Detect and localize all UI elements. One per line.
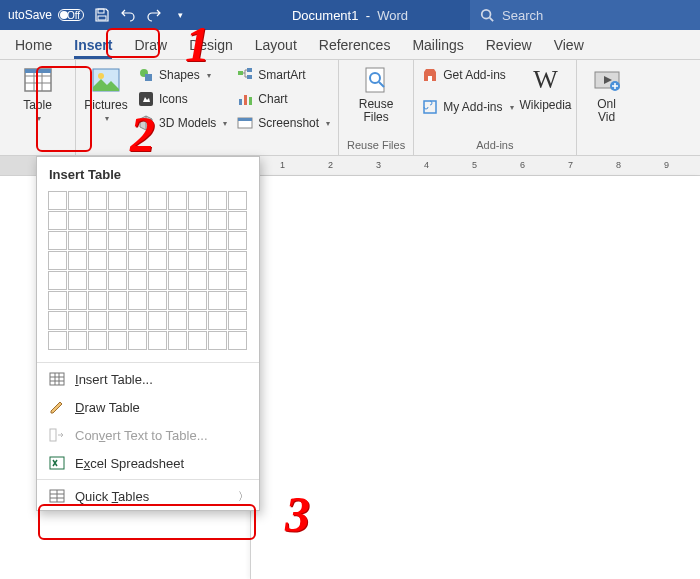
menu-item-draw_table[interactable]: Draw Table [37,393,259,421]
pictures-button[interactable]: Pictures ▾ [84,64,128,134]
grid-cell[interactable] [68,311,87,330]
grid-cell[interactable] [88,291,107,310]
grid-cell[interactable] [88,271,107,290]
grid-cell[interactable] [188,251,207,270]
grid-cell[interactable] [48,211,67,230]
tab-mailings[interactable]: Mailings [412,30,463,60]
grid-cell[interactable] [48,311,67,330]
grid-cell[interactable] [208,271,227,290]
table-button[interactable]: Table ▾ [16,64,60,123]
smartart-button[interactable]: SmartArt [237,64,330,86]
tab-insert[interactable]: Insert [74,30,112,60]
grid-cell[interactable] [68,191,87,210]
tab-references[interactable]: References [319,30,391,60]
grid-cell[interactable] [208,291,227,310]
grid-cell[interactable] [108,231,127,250]
get-addins-button[interactable]: Get Add-ins [422,64,513,86]
grid-cell[interactable] [188,291,207,310]
grid-cell[interactable] [128,291,147,310]
grid-cell[interactable] [148,331,167,350]
grid-cell[interactable] [228,271,247,290]
grid-cell[interactable] [128,211,147,230]
grid-cell[interactable] [188,211,207,230]
autosave-toggle[interactable]: utoSave Off [8,8,84,22]
grid-cell[interactable] [168,211,187,230]
save-icon[interactable] [94,7,110,23]
shapes-button[interactable]: Shapes▾ [138,64,227,86]
menu-item-quick[interactable]: Quick Tables〉 [37,482,259,510]
grid-cell[interactable] [148,271,167,290]
grid-cell[interactable] [228,331,247,350]
grid-cell[interactable] [168,331,187,350]
grid-cell[interactable] [208,331,227,350]
grid-cell[interactable] [188,271,207,290]
grid-cell[interactable] [88,211,107,230]
chart-button[interactable]: Chart [237,88,330,110]
grid-cell[interactable] [68,271,87,290]
grid-cell[interactable] [168,191,187,210]
menu-item-excel[interactable]: Excel Spreadsheet [37,449,259,477]
grid-cell[interactable] [88,331,107,350]
grid-cell[interactable] [208,311,227,330]
tab-draw[interactable]: Draw [134,30,167,60]
grid-cell[interactable] [68,331,87,350]
tab-view[interactable]: View [554,30,584,60]
grid-cell[interactable] [48,191,67,210]
grid-cell[interactable] [148,291,167,310]
grid-cell[interactable] [88,231,107,250]
tab-review[interactable]: Review [486,30,532,60]
grid-cell[interactable] [48,331,67,350]
grid-cell[interactable] [108,291,127,310]
grid-cell[interactable] [228,231,247,250]
grid-cell[interactable] [108,271,127,290]
grid-cell[interactable] [128,251,147,270]
grid-cell[interactable] [168,311,187,330]
grid-cell[interactable] [88,251,107,270]
grid-cell[interactable] [208,231,227,250]
grid-cell[interactable] [108,251,127,270]
grid-cell[interactable] [188,331,207,350]
table-size-grid[interactable] [37,190,259,360]
grid-cell[interactable] [88,191,107,210]
grid-cell[interactable] [68,231,87,250]
grid-cell[interactable] [148,231,167,250]
grid-cell[interactable] [208,251,227,270]
undo-icon[interactable] [120,7,136,23]
document-page[interactable] [250,176,700,579]
grid-cell[interactable] [228,291,247,310]
grid-cell[interactable] [188,311,207,330]
grid-cell[interactable] [148,211,167,230]
grid-cell[interactable] [68,291,87,310]
grid-cell[interactable] [208,211,227,230]
wikipedia-button[interactable]: W Wikipedia [524,64,568,118]
grid-cell[interactable] [48,231,67,250]
grid-cell[interactable] [128,311,147,330]
search-box[interactable]: Search [470,0,700,30]
grid-cell[interactable] [188,191,207,210]
grid-cell[interactable] [68,251,87,270]
grid-cell[interactable] [108,191,127,210]
grid-cell[interactable] [228,311,247,330]
grid-cell[interactable] [148,311,167,330]
tab-layout[interactable]: Layout [255,30,297,60]
grid-cell[interactable] [108,331,127,350]
grid-cell[interactable] [128,271,147,290]
grid-cell[interactable] [68,211,87,230]
online-video-button[interactable]: Onl Vid [585,64,629,124]
grid-cell[interactable] [168,271,187,290]
grid-cell[interactable] [48,251,67,270]
grid-cell[interactable] [48,271,67,290]
grid-cell[interactable] [148,191,167,210]
grid-cell[interactable] [228,191,247,210]
tab-home[interactable]: Home [15,30,52,60]
grid-cell[interactable] [228,251,247,270]
grid-cell[interactable] [188,231,207,250]
grid-cell[interactable] [48,291,67,310]
grid-cell[interactable] [128,331,147,350]
grid-cell[interactable] [148,251,167,270]
grid-cell[interactable] [108,211,127,230]
grid-cell[interactable] [128,191,147,210]
my-addins-button[interactable]: My Add-ins▾ [422,96,513,118]
grid-cell[interactable] [108,311,127,330]
grid-cell[interactable] [168,231,187,250]
